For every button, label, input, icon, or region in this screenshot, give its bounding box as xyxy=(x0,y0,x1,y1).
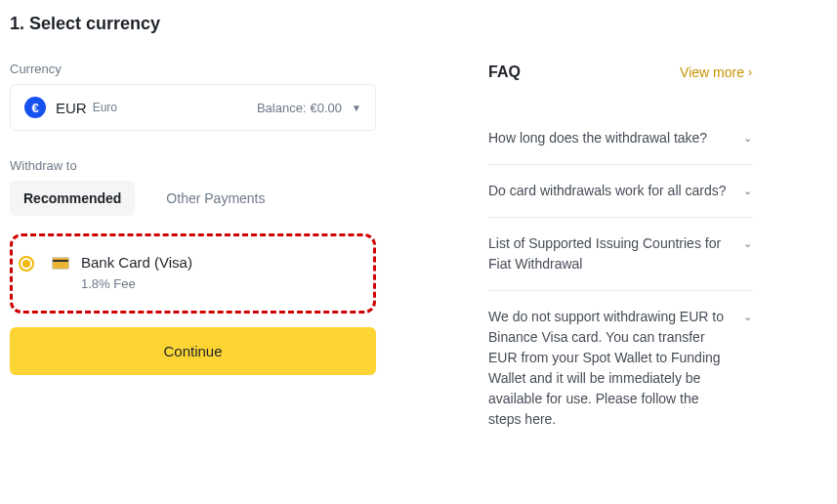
chevron-right-icon: › xyxy=(748,65,752,79)
currency-name: Euro xyxy=(93,101,117,114)
chevron-down-icon: ▼ xyxy=(352,103,361,113)
balance: Balance: €0.00 ▼ xyxy=(257,101,361,115)
faq-item[interactable]: Do card withdrawals work for all cards? … xyxy=(488,165,752,218)
faq-question: List of Supported Issuing Countries for … xyxy=(488,233,743,274)
withdraw-tabs: Recommended Other Payments xyxy=(10,181,376,216)
option-title: Bank Card (Visa) xyxy=(81,254,192,271)
card-icon xyxy=(52,257,69,270)
tab-recommended[interactable]: Recommended xyxy=(10,181,135,216)
currency-code: EUR xyxy=(56,100,87,116)
chevron-down-icon: ⌄ xyxy=(743,311,752,323)
faq-item[interactable]: List of Supported Issuing Countries for … xyxy=(488,218,752,291)
view-more-link[interactable]: View more › xyxy=(680,64,752,80)
withdraw-to-label: Withdraw to xyxy=(10,158,376,173)
faq-question: How long does the withdrawal take? xyxy=(488,128,717,148)
step-title: 1. Select currency xyxy=(10,14,376,34)
faq-item[interactable]: We do not support withdrawing EUR to Bin… xyxy=(488,291,752,445)
payment-option-bank-card[interactable]: Bank Card (Visa) 1.8% Fee xyxy=(19,254,363,291)
highlighted-option: Bank Card (Visa) 1.8% Fee xyxy=(10,233,376,314)
faq-question: Do card withdrawals work for all cards? xyxy=(488,181,736,201)
option-fee: 1.8% Fee xyxy=(81,276,192,291)
radio-selected-icon[interactable] xyxy=(19,256,34,272)
chevron-down-icon: ⌄ xyxy=(743,185,752,197)
faq-question: We do not support withdrawing EUR to Bin… xyxy=(488,307,743,430)
euro-icon: € xyxy=(24,97,46,118)
chevron-down-icon: ⌄ xyxy=(743,237,752,250)
tab-other-payments[interactable]: Other Payments xyxy=(152,181,278,216)
currency-label: Currency xyxy=(10,62,376,76)
faq-item[interactable]: How long does the withdrawal take? ⌄ xyxy=(488,112,752,165)
faq-title: FAQ xyxy=(488,63,521,81)
chevron-down-icon: ⌄ xyxy=(743,132,752,145)
continue-button[interactable]: Continue xyxy=(10,327,376,375)
currency-selector[interactable]: € EUR Euro Balance: €0.00 ▼ xyxy=(10,84,376,131)
